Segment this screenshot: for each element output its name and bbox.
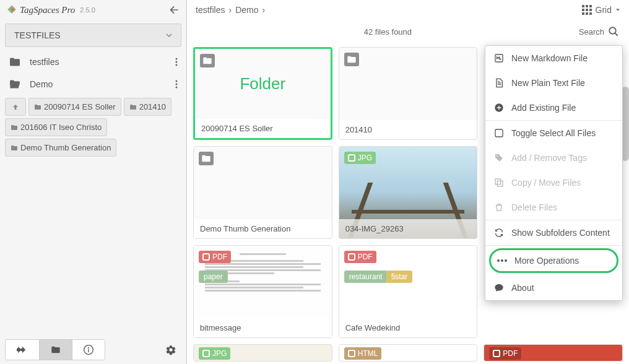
svg-rect-10 xyxy=(586,5,588,7)
pdf-tile[interactable]: PDF paper bitmessage xyxy=(193,245,332,338)
image-tile[interactable]: JPG 034-IMG_29263 xyxy=(339,146,478,239)
tag-chip[interactable]: paper xyxy=(199,271,228,283)
image-tile[interactable]: JPG xyxy=(193,344,332,362)
tag-icon xyxy=(494,153,504,163)
jpg-badge-icon[interactable]: JPG xyxy=(344,152,376,164)
sidebar-folder-demo[interactable]: Demo xyxy=(0,73,186,95)
folder-tile[interactable]: Folder 20090714 ES Soller xyxy=(193,47,332,140)
folder-chip[interactable]: 201410 xyxy=(124,98,171,116)
folder-watermark: Folder xyxy=(240,74,285,93)
folder-up-button[interactable] xyxy=(5,98,26,116)
pdf-tile[interactable]: PDF xyxy=(484,344,623,362)
menu-add-remove-tags: Add / Remove Tags xyxy=(485,145,622,170)
menu-more-operations[interactable]: More Operations xyxy=(489,248,618,273)
app-name: TagSpaces Pro xyxy=(20,5,75,15)
svg-rect-9 xyxy=(582,5,584,7)
plus-circle-icon xyxy=(494,103,504,113)
folder-icon xyxy=(9,57,21,67)
svg-rect-16 xyxy=(586,12,588,15)
folder-label: Demo xyxy=(30,79,175,89)
back-icon[interactable] xyxy=(168,4,180,16)
folder-tile[interactable]: Demo Thumb Generation xyxy=(193,146,332,239)
copy-move-icon xyxy=(494,178,504,188)
svg-rect-27 xyxy=(495,129,503,137)
search-label: Search xyxy=(579,27,604,37)
chevron-right-icon: › xyxy=(228,5,232,15)
search-button[interactable]: Search xyxy=(579,26,619,37)
tile-caption: 20090714 ES Soller xyxy=(195,119,331,138)
menu-new-text[interactable]: New Plain Text File xyxy=(485,71,622,95)
markdown-icon xyxy=(494,53,504,63)
svg-point-28 xyxy=(497,155,498,157)
settings-button[interactable] xyxy=(160,339,181,360)
search-icon xyxy=(608,26,619,37)
tag-chip[interactable]: restaurant xyxy=(344,271,388,283)
svg-rect-19 xyxy=(349,155,355,161)
tag-chip[interactable]: 5star xyxy=(386,271,413,283)
chevron-right-icon: › xyxy=(262,5,266,15)
folder-chip[interactable]: Demo Thumb Generation xyxy=(5,139,116,157)
refresh-icon xyxy=(494,228,504,238)
folder-chip[interactable]: 201606 IT Iseo Christo xyxy=(5,118,107,136)
caret-down-icon xyxy=(615,7,620,12)
html-badge-icon[interactable]: HTML xyxy=(344,347,382,360)
folder-badge-icon[interactable] xyxy=(200,54,215,67)
menu-new-markdown[interactable]: New Markdown File xyxy=(485,46,622,71)
location-selector[interactable]: TESTFILES xyxy=(5,24,181,47)
pdf-badge-icon[interactable]: PDF xyxy=(489,347,521,360)
menu-delete: Delete Files xyxy=(485,195,622,220)
svg-point-31 xyxy=(497,259,500,262)
svg-rect-11 xyxy=(589,5,592,7)
pdf-badge-icon[interactable]: PDF xyxy=(199,251,231,263)
folder-open-icon xyxy=(9,79,21,89)
svg-point-32 xyxy=(501,259,503,262)
folder-tile[interactable]: 201410 xyxy=(339,47,478,140)
jpg-badge-icon[interactable]: JPG xyxy=(199,347,230,360)
svg-point-4 xyxy=(176,84,178,85)
folder-badge-icon[interactable] xyxy=(199,152,214,165)
files-count: 42 files found xyxy=(197,27,579,37)
info-view-button[interactable] xyxy=(72,340,105,360)
more-icon[interactable] xyxy=(175,80,178,89)
svg-point-2 xyxy=(176,64,178,66)
svg-point-7 xyxy=(88,347,89,349)
html-tile[interactable]: HTML xyxy=(339,344,478,362)
svg-rect-15 xyxy=(582,12,584,15)
more-icon[interactable] xyxy=(175,58,178,66)
svg-rect-13 xyxy=(586,9,588,11)
chevron-down-icon xyxy=(166,32,172,38)
pdf-badge-icon[interactable]: PDF xyxy=(344,251,376,263)
view-toggle[interactable]: Grid xyxy=(582,5,620,15)
toggle-select-icon xyxy=(494,128,504,138)
svg-point-18 xyxy=(609,27,616,34)
folder-label: testfiles xyxy=(30,57,175,67)
menu-about[interactable]: About xyxy=(485,275,622,300)
svg-rect-30 xyxy=(497,181,503,186)
folder-badge-icon[interactable] xyxy=(344,53,359,66)
svg-point-33 xyxy=(505,259,507,262)
text-file-icon xyxy=(494,78,504,88)
grid-icon xyxy=(582,5,592,15)
tile-caption: Demo Thumb Generation xyxy=(194,219,332,238)
menu-show-subfolders[interactable]: Show Subfolders Content xyxy=(485,220,622,245)
tags-view-button[interactable] xyxy=(6,340,39,360)
breadcrumb-item[interactable]: Demo xyxy=(235,5,258,15)
svg-rect-8 xyxy=(88,349,89,352)
breadcrumb-item[interactable]: testfiles xyxy=(196,5,225,15)
context-menu: New Markdown File New Plain Text File Ad… xyxy=(485,45,623,301)
svg-point-5 xyxy=(176,87,178,89)
sidebar-folder-testfiles[interactable]: testfiles xyxy=(0,51,186,73)
pdf-tile[interactable]: PDF restaurant 5star Cafe Wedekind xyxy=(339,245,478,338)
menu-toggle-select[interactable]: Toggle Select All Files xyxy=(485,121,622,145)
folders-view-button[interactable] xyxy=(39,340,72,360)
folder-chip[interactable]: 20090714 ES Soller xyxy=(28,98,121,116)
menu-add-existing[interactable]: Add Existing File xyxy=(485,95,622,120)
tile-caption: 034-IMG_29263 xyxy=(339,219,477,238)
app-version: 2.5.0 xyxy=(80,6,95,14)
svg-point-3 xyxy=(176,80,178,82)
svg-rect-14 xyxy=(589,9,592,11)
svg-point-1 xyxy=(176,61,178,63)
svg-rect-22 xyxy=(203,350,209,357)
svg-rect-17 xyxy=(589,12,592,15)
trash-icon xyxy=(494,202,504,212)
